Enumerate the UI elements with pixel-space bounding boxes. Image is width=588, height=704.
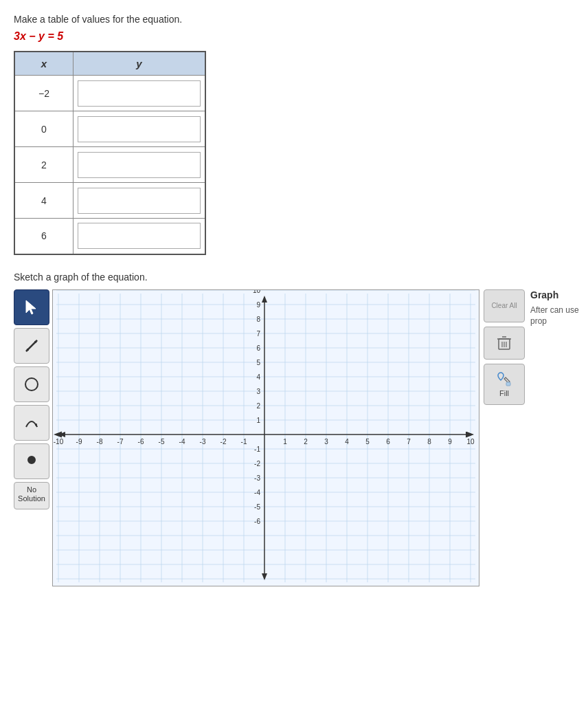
- right-side-panel: Clear All Fill: [479, 289, 585, 405]
- svg-text:-6: -6: [254, 518, 260, 525]
- svg-text:7: 7: [407, 438, 411, 446]
- svg-text:-4: -4: [179, 438, 185, 446]
- graph-text-panel: Graph After can use prop: [530, 289, 585, 328]
- parabola-tool-button[interactable]: [14, 405, 49, 441]
- graph-instruction: Sketch a graph of the equation.: [14, 272, 574, 283]
- svg-text:6: 6: [386, 438, 390, 446]
- y-input-2[interactable]: [78, 152, 201, 178]
- svg-text:5: 5: [365, 438, 370, 446]
- svg-text:8: 8: [427, 438, 431, 446]
- no-solution-label: NoSolution: [18, 485, 45, 503]
- fill-button[interactable]: Fill: [484, 364, 525, 405]
- x-value-1: 0: [14, 111, 74, 147]
- y-cell-2[interactable]: [74, 147, 205, 183]
- y-cell-3[interactable]: [74, 183, 205, 219]
- svg-text:-4: -4: [254, 489, 260, 496]
- fill-label: Fill: [499, 389, 509, 397]
- circle-tool-button[interactable]: [14, 366, 49, 402]
- y-input-3[interactable]: [78, 188, 201, 214]
- x-value-4: 6: [14, 219, 74, 254]
- equation-display: 3x − y = 5: [14, 30, 574, 43]
- svg-point-4: [25, 378, 38, 390]
- svg-text:1: 1: [283, 438, 287, 446]
- svg-marker-0: [26, 300, 36, 314]
- y-input-1[interactable]: [78, 116, 201, 142]
- clear-all-label: Clear All: [491, 302, 517, 309]
- svg-text:-5: -5: [159, 438, 165, 446]
- point-tool-button[interactable]: [14, 443, 49, 479]
- svg-text:-2: -2: [254, 460, 260, 468]
- svg-text:-8: -8: [97, 438, 103, 446]
- svg-text:-5: -5: [254, 503, 260, 511]
- table-container: x y −20246: [14, 51, 574, 255]
- table-row: −2: [14, 76, 205, 111]
- table-instruction: Make a table of values for the equation.: [14, 14, 574, 25]
- right-toolbar: Clear All Fill: [484, 289, 528, 405]
- y-cell-1[interactable]: [74, 111, 205, 147]
- svg-text:1: 1: [256, 417, 260, 424]
- svg-text:4: 4: [256, 373, 260, 381]
- svg-text:9: 9: [256, 301, 260, 309]
- svg-text:-3: -3: [200, 438, 206, 446]
- svg-text:2: 2: [304, 438, 308, 446]
- svg-text:3: 3: [324, 438, 328, 446]
- line-tool-button[interactable]: [14, 328, 49, 364]
- svg-text:2: 2: [256, 402, 260, 410]
- y-cell-4[interactable]: [74, 219, 205, 254]
- svg-text:-1: -1: [241, 438, 247, 446]
- graph-section: NoSolution: [14, 289, 574, 586]
- graph-canvas[interactable]: -10-9-8-7-6-5-4-3-2-112345678910-6-5-4-3…: [52, 289, 479, 586]
- svg-rect-99: [506, 382, 510, 386]
- y-input-0[interactable]: [78, 80, 201, 107]
- svg-text:-3: -3: [254, 474, 260, 482]
- graph-label: Graph: [530, 289, 585, 300]
- svg-text:-2: -2: [220, 438, 227, 446]
- svg-text:10: 10: [253, 290, 261, 294]
- graph-canvas-wrapper: -10-9-8-7-6-5-4-3-2-112345678910-6-5-4-3…: [52, 289, 479, 586]
- y-cell-0[interactable]: [74, 76, 205, 111]
- svg-point-6: [28, 456, 35, 463]
- table-row: 4: [14, 183, 205, 219]
- svg-text:5: 5: [256, 359, 260, 366]
- svg-text:-1: -1: [254, 446, 260, 453]
- col-header-x: x: [14, 52, 74, 76]
- svg-text:7: 7: [256, 330, 260, 338]
- svg-text:8: 8: [256, 316, 260, 323]
- select-tool-button[interactable]: [14, 289, 49, 325]
- svg-text:6: 6: [256, 344, 260, 352]
- svg-text:4: 4: [345, 438, 349, 446]
- table-row: 2: [14, 147, 205, 183]
- no-solution-button[interactable]: NoSolution: [14, 482, 49, 509]
- svg-text:-6: -6: [138, 438, 144, 446]
- table-row: 6: [14, 219, 205, 254]
- svg-text:10: 10: [466, 438, 475, 446]
- values-table: x y −20246: [14, 51, 206, 255]
- left-toolbar: NoSolution: [14, 289, 49, 509]
- svg-text:-10: -10: [54, 438, 64, 446]
- clear-all-button[interactable]: Clear All: [484, 289, 525, 322]
- svg-text:-7: -7: [117, 438, 124, 446]
- col-header-y: y: [74, 52, 205, 76]
- x-value-2: 2: [14, 147, 74, 183]
- svg-text:-9: -9: [76, 438, 82, 446]
- after-can-prop-text: After can use prop: [530, 305, 585, 328]
- table-row: 0: [14, 111, 205, 147]
- x-value-3: 4: [14, 183, 74, 219]
- coordinate-grid: -10-9-8-7-6-5-4-3-2-112345678910-6-5-4-3…: [53, 290, 479, 586]
- y-input-4[interactable]: [78, 223, 201, 249]
- delete-button[interactable]: [484, 327, 525, 360]
- svg-text:3: 3: [256, 388, 260, 395]
- x-value-0: −2: [14, 76, 74, 111]
- svg-text:9: 9: [448, 438, 452, 446]
